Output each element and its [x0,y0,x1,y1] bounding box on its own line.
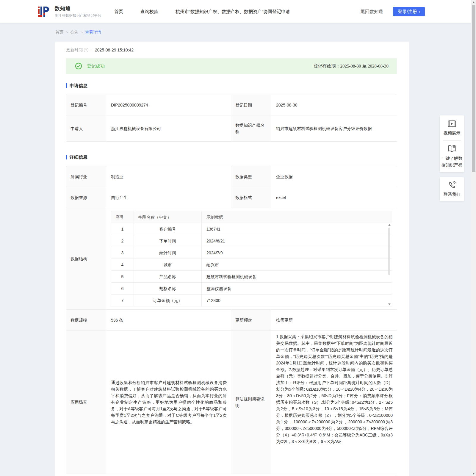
registration-status-text: 登记成功 [87,63,105,69]
section-application-info: 申请信息 [66,83,397,89]
structure-cell-field: 统计时间 [134,247,202,259]
structure-row: 4城市绍兴市 [111,259,392,271]
table-row: 应用场景 通过收集和分析绍兴市客户对建筑材料试验检测机械设备消费相关数据，了解客… [66,331,397,474]
nav-item-query-verify[interactable]: 查询校验 [140,9,158,15]
dip-name-label: 数据知识产权名称 [231,115,271,142]
breadcrumb-home[interactable]: 首页 [55,30,63,35]
logo-subtitle: 浙江省数据知识产权登记平台 [55,13,101,18]
structure-cell-sample: 712800 [202,295,392,306]
scroll-down-icon[interactable] [388,303,391,305]
breadcrumb-separator: > [81,30,83,35]
main-nav: 首页 查询校验 杭州市“数据知识产权、数据产权、数据资产”协同登记申请 [114,9,290,15]
data-type-value: 企业数据 [271,166,397,187]
logo-icon [38,5,51,18]
dip-name-value: 绍兴市建筑材料试验检测机械设备客户分级评价数据 [271,115,397,142]
structure-cell-field: 产品名称 [134,271,202,283]
section-detail-info: 详细信息 [66,154,397,160]
structure-row: 2下单时间2024/6/21 [111,235,392,247]
structure-cell-field: 下单时间 [134,235,202,247]
update-time-value: 2025-08-29 15:10:42 [95,48,134,52]
structure-cell-index: 5 [111,271,134,283]
industry-label: 所属行业 [66,166,106,187]
structure-cell-index: 1 [111,223,134,235]
help-icon[interactable]: ? [84,48,88,52]
table-row: 数据规模 536 条 更新频次 按需更新 [66,310,397,331]
data-type-label: 数据类型 [231,166,271,187]
breadcrumb-current-detail: 查看详情 [85,30,101,35]
scrollbar-thumb[interactable] [472,5,475,172]
structure-cell-field: 规格名称 [134,283,202,295]
chevron-right-icon: › [419,9,420,14]
industry-value: 制造业 [106,166,231,187]
scenario-label: 应用场景 [66,331,106,474]
application-info-table: 登记编号 DIP2025000009274 登记日期 2025-08-30 申请… [66,95,397,142]
structure-cell-index: 6 [111,283,134,295]
structure-cell: 序号 字段名称（中文） 示例数据 1客户编号1367412下单时间2024/6/… [106,208,397,310]
reg-no-label: 登记编号 [66,95,106,115]
update-time-colon: ： [89,47,93,53]
structure-cell-field: 城市 [134,259,202,271]
panel-divider [443,140,461,141]
structure-cell-index: 3 [111,247,134,259]
structure-label: 数据结构 [66,208,106,310]
section-application-title: 申请信息 [70,83,87,89]
structure-row: 3统计时间2024/7/9 [111,247,392,259]
structure-cell-field: 订单金额（元） [134,295,202,306]
scroll-up-icon[interactable] [472,1,475,3]
structure-cell-sample: 绍兴市 [202,259,392,271]
contact-us-label: 联系我们 [441,191,462,198]
detail-card: 更新时间 ? ： 2025-08-29 15:10:42 登记成功 登记有效期：… [55,42,409,476]
nav-item-hangzhou-joint-registration[interactable]: 杭州市“数据知识产权、数据产权、数据资产”协同登记申请 [176,9,290,15]
section-bar [66,83,67,88]
breadcrumb: 首页 > 公告 > 查看详情 [55,30,101,35]
one-click-guide-item[interactable]: 一键了解数据知识产权 [441,145,462,168]
frequency-value: 按需更新 [271,310,397,331]
structure-cell-sample: 整套仪器设备 [202,283,392,295]
one-click-guide-label: 一键了解数据知识产权 [441,155,462,168]
data-source-label: 数据来源 [66,187,106,208]
success-check-icon [75,62,82,70]
scrollbar-thumb[interactable] [388,228,390,275]
login-register-button[interactable]: 登录/注册 › [393,7,425,16]
video-demo-item[interactable]: 视频展示 [441,120,462,136]
structure-cell-field: 客户编号 [134,223,202,235]
structure-header-row: 序号 字段名称（中文） 示例数据 [111,211,392,223]
structure-scrollbar[interactable] [388,224,391,305]
reg-date-label: 登记日期 [231,95,271,115]
structure-table-wrap: 序号 字段名称（中文） 示例数据 1客户编号1367412下单时间2024/6/… [111,211,392,306]
table-row: 登记编号 DIP2025000009274 登记日期 2025-08-30 [66,95,397,115]
logo-title: 数知通 [55,5,101,12]
reg-no-value: DIP2025000009274 [106,95,231,115]
top-header: 数知通 浙江省数据知识产权登记平台 首页 查询校验 杭州市“数据知识产权、数据产… [0,0,476,23]
scroll-up-icon[interactable] [388,224,391,226]
table-row: 数据来源 自行产生 数据格式 excel [66,187,397,208]
table-row: 申请人 浙江辰鑫机械设备有限公司 数据知识产权名称 绍兴市建筑材料试验检测机械设… [66,115,397,142]
data-format-value: excel [271,187,397,208]
book-icon [448,145,456,153]
breadcrumb-announcements[interactable]: 公告 [70,30,78,35]
contact-panel: 联系我们 [440,177,464,201]
structure-cell-index: 4 [111,259,134,271]
table-row: 所属行业 制造业 数据类型 企业数据 [66,166,397,187]
reg-date-value: 2025-08-30 [271,95,397,115]
structure-header-field: 字段名称（中文） [134,211,202,223]
scroll-down-icon[interactable] [472,473,475,475]
contact-us-item[interactable]: 联系我们 [441,181,462,198]
logo[interactable]: 数知通 浙江省数据知识产权登记平台 [38,5,101,18]
validity-period: 登记有效期：2025-08-30 至 2028-08-30 [314,63,389,69]
detail-info-table: 所属行业 制造业 数据类型 企业数据 数据来源 自行产生 数据格式 excel … [66,166,397,474]
applicant-label: 申请人 [66,115,106,142]
section-bar [66,155,67,159]
registration-success-banner: 登记成功 登记有效期：2025-08-30 至 2028-08-30 [66,58,397,74]
applicant-value: 浙江辰鑫机械设备有限公司 [106,115,231,142]
nav-item-home[interactable]: 首页 [114,9,123,15]
structure-row: 5产品名称建筑材料试验检测机械设备 [111,271,392,283]
algorithm-text: 1.数据采集：采集绍兴市客户对建筑材料试验检测机械设备的相关交易数据。其中，采集… [271,331,397,474]
data-source-value: 自行产生 [106,187,231,208]
structure-cell-sample: 建筑材料试验检测机械设备 [202,271,392,283]
update-time-label: 更新时间 [66,47,83,53]
page-scrollbar[interactable] [471,0,476,476]
algorithm-label: 算法规则简要说明 [231,331,271,474]
back-to-shuzhitong-link[interactable]: 返回数知通 [361,9,383,15]
video-demo-label: 视频展示 [441,130,462,136]
